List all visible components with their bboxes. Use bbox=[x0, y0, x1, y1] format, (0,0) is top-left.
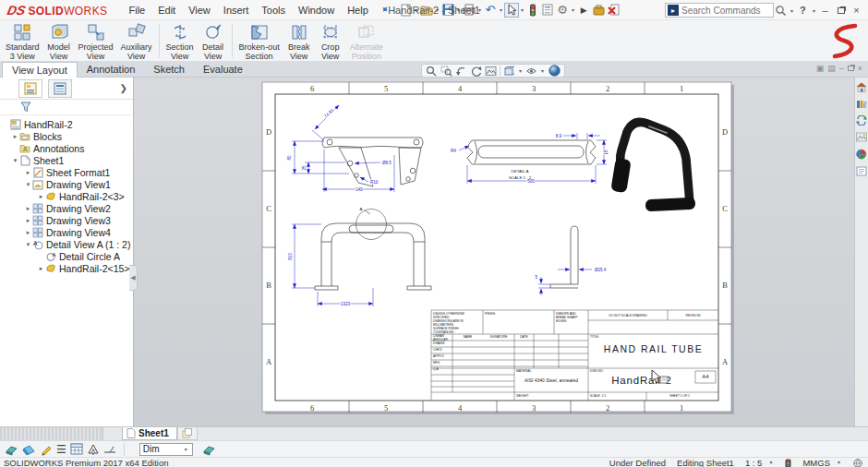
menu-window[interactable]: Window bbox=[292, 2, 341, 18]
file-explorer-icon[interactable] bbox=[856, 115, 867, 126]
run-macro-icon[interactable]: ▶ bbox=[576, 3, 591, 18]
standard-3-view-button[interactable]: Standard 3 View bbox=[2, 21, 43, 60]
zoom-to-area-icon[interactable] bbox=[440, 66, 452, 77]
tree-item-handrail-2[interactable]: HandRail-2 bbox=[0, 118, 133, 130]
pin-menu-icon[interactable]: ✦ bbox=[378, 3, 392, 18]
tab-sketch[interactable]: Sketch bbox=[144, 62, 194, 78]
tab-evaluate[interactable]: Evaluate bbox=[194, 62, 252, 78]
tree-item-drawing-view4[interactable]: ▸Drawing View4 bbox=[0, 226, 133, 238]
expand-arrow-icon[interactable]: ▸ bbox=[24, 229, 32, 236]
design-library-icon[interactable] bbox=[856, 99, 867, 109]
menu-edit[interactable]: Edit bbox=[151, 2, 182, 18]
toolbox-icon[interactable] bbox=[591, 3, 606, 18]
table-icon[interactable] bbox=[70, 443, 83, 455]
search-input[interactable] bbox=[679, 6, 773, 16]
xpress-products-icon[interactable] bbox=[606, 3, 621, 18]
chevron-down-icon[interactable]: ▾ bbox=[415, 6, 417, 13]
tree-item-drawing-view3[interactable]: ▸Drawing View3 bbox=[0, 214, 133, 226]
apply-scene-icon[interactable] bbox=[485, 66, 497, 77]
datum-flag-icon[interactable]: A bbox=[87, 443, 100, 455]
chevron-down-icon[interactable]: ▾ bbox=[521, 6, 524, 13]
chevron-down-icon[interactable]: ▾ bbox=[500, 6, 502, 13]
expand-arrow-icon[interactable]: ▸ bbox=[24, 217, 32, 224]
menu-insert[interactable]: Insert bbox=[217, 2, 256, 18]
tree-item-sheet1[interactable]: ▾Sheet1 bbox=[0, 154, 133, 166]
panel-expand-arrow[interactable]: ❯ bbox=[120, 83, 127, 93]
tree-item-handrail-2-3[interactable]: ▸HandRail-2<3> bbox=[0, 190, 133, 202]
tree-item-handrail-2-15[interactable]: ▸HandRail-2<15> bbox=[0, 262, 133, 274]
help-button[interactable]: ? bbox=[795, 3, 811, 18]
crop-view-button[interactable]: Crop View bbox=[315, 21, 346, 60]
chevron-down-icon[interactable]: ▾ bbox=[790, 7, 793, 14]
expand-arrow-icon[interactable]: ▸ bbox=[37, 265, 45, 272]
chevron-down-icon[interactable]: ▾ bbox=[457, 6, 460, 13]
hide-show-items-icon[interactable] bbox=[526, 66, 536, 77]
dimension-palette-icon[interactable] bbox=[202, 443, 216, 456]
units-dropdown-icon[interactable]: ▾ bbox=[838, 458, 840, 467]
zoom-to-fit-icon[interactable] bbox=[426, 66, 438, 77]
expand-arrow-icon[interactable]: ▸ bbox=[11, 133, 19, 140]
menu-view[interactable]: View bbox=[182, 2, 217, 18]
dimension-block2-icon[interactable] bbox=[22, 443, 36, 456]
add-sheet-tab-button[interactable] bbox=[177, 427, 198, 440]
minimize-button[interactable]: – bbox=[817, 3, 833, 18]
options-gear-icon[interactable]: ⚙ bbox=[555, 3, 570, 18]
menu-help[interactable]: Help bbox=[341, 2, 375, 18]
doc-cascade-icon[interactable]: ▣ bbox=[816, 64, 825, 73]
doc-restore-icon[interactable] bbox=[848, 64, 854, 73]
tree-item-blocks[interactable]: ▸Blocks bbox=[0, 130, 133, 142]
dimension-style-dropdown[interactable]: Dim ▾ bbox=[139, 443, 193, 456]
doc-tile-icon[interactable]: ▤ bbox=[827, 64, 836, 73]
tab-annotation[interactable]: Annotation bbox=[78, 62, 145, 78]
linear-pattern-icon[interactable]: ☰ bbox=[56, 443, 66, 456]
chevron-down-icon[interactable]: ▾ bbox=[541, 67, 544, 74]
tree-item-annotations[interactable]: AAnnotations bbox=[0, 142, 133, 154]
open-document-button[interactable] bbox=[419, 3, 434, 18]
appearances-icon[interactable] bbox=[856, 149, 867, 160]
chevron-down-icon[interactable]: ▾ bbox=[813, 7, 815, 14]
auxiliary-view-button[interactable]: Auxiliary View bbox=[117, 21, 156, 60]
previous-view-icon[interactable] bbox=[455, 66, 467, 77]
chevron-down-icon[interactable]: ▾ bbox=[436, 6, 439, 13]
search-icon[interactable] bbox=[774, 3, 789, 18]
restore-button[interactable] bbox=[833, 3, 849, 18]
units-label[interactable]: MMGS bbox=[802, 458, 830, 467]
tags-globe-icon[interactable] bbox=[853, 459, 862, 467]
weld-symbol-icon[interactable] bbox=[103, 443, 116, 455]
doc-minimize-icon[interactable]: – bbox=[839, 64, 844, 73]
rebuild-icon[interactable] bbox=[525, 3, 540, 18]
chevron-down-icon[interactable]: ▾ bbox=[519, 67, 522, 74]
collapse-arrow-icon[interactable]: ▾ bbox=[24, 181, 32, 188]
doc-close-icon[interactable]: × bbox=[858, 64, 862, 73]
menu-tools[interactable]: Tools bbox=[255, 2, 292, 18]
tree-item-detail-circle-a[interactable]: ADetail Circle A bbox=[0, 250, 133, 262]
menu-file[interactable]: File bbox=[122, 2, 151, 18]
feature-manager-tab[interactable] bbox=[18, 79, 42, 98]
collapse-arrow-icon[interactable]: ▾ bbox=[11, 157, 19, 164]
collapse-arrow-icon[interactable]: ▾ bbox=[24, 241, 32, 248]
chevron-down-icon[interactable]: ▾ bbox=[572, 6, 574, 13]
tab-view-layout[interactable]: View Layout bbox=[2, 62, 78, 78]
expand-arrow-icon[interactable]: ▸ bbox=[37, 193, 45, 200]
view-palette-icon[interactable] bbox=[856, 132, 867, 142]
close-button[interactable]: × bbox=[849, 3, 864, 18]
tree-item-sheet-format1[interactable]: ▸Sheet Format1 bbox=[0, 166, 133, 178]
scale-dropdown-icon[interactable]: ▾ bbox=[769, 458, 772, 467]
chevron-down-icon[interactable]: ▾ bbox=[478, 6, 481, 13]
rotate-view-icon[interactable] bbox=[470, 66, 482, 77]
display-style-icon[interactable] bbox=[503, 66, 514, 77]
expand-arrow-icon[interactable]: ▸ bbox=[24, 169, 32, 176]
note-pencil-icon[interactable] bbox=[40, 443, 53, 456]
expand-arrow-icon[interactable]: ▸ bbox=[24, 205, 32, 212]
tree-item-drawing-view2[interactable]: ▸Drawing View2 bbox=[0, 202, 133, 214]
save-button[interactable] bbox=[440, 3, 455, 18]
home-icon[interactable] bbox=[856, 82, 867, 92]
tree-filter-row[interactable] bbox=[0, 100, 133, 115]
detail-view-button[interactable]: Detail View bbox=[198, 21, 229, 60]
dimension-block-icon[interactable] bbox=[5, 443, 18, 456]
select-tool-button[interactable] bbox=[504, 3, 519, 18]
broken-out-section-button[interactable]: Broken-out Section bbox=[235, 21, 283, 60]
file-properties-button[interactable] bbox=[540, 3, 555, 18]
sheet-scale-label[interactable]: 1 : 5 bbox=[745, 458, 763, 467]
panel-splitter-handle[interactable]: ◀ bbox=[129, 265, 138, 291]
